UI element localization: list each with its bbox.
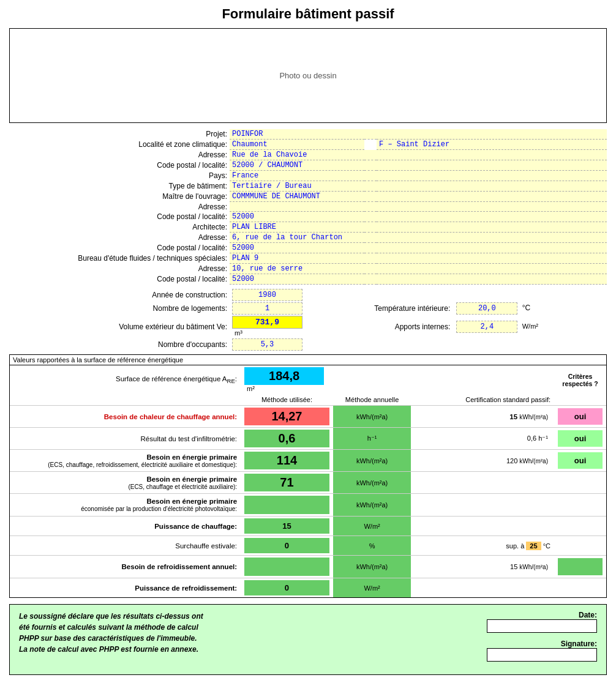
apports-label: Apports internes: (309, 315, 454, 338)
code-postal4-value: 52000 (230, 274, 607, 285)
code-postal-row: Code postal / localité: 52000 / CHAUMONT (9, 160, 607, 171)
temp-int-value: 20,0 (456, 302, 517, 315)
sre-sub: RE (227, 378, 235, 384)
architecte-label: Architecte: (9, 222, 230, 233)
maitre-value: COMMMUNE DE CHAUMONT (230, 192, 607, 202)
bureau-row: Bureau d'étude fluides / techniques spéc… (9, 253, 607, 264)
col-standard-header: Certification standard passif: (411, 394, 554, 406)
energy-row-7: Besoin de refroidissement annuel: kWh/(m… (10, 556, 606, 578)
temp-int-unit: °C (522, 304, 530, 312)
row0-value-cell: 14,27 (241, 406, 333, 428)
date-input[interactable] (487, 619, 597, 633)
logements-row: Nombre de logements: 1 Température intér… (9, 302, 607, 315)
col-annual-header: Méthode annuelle (333, 394, 411, 406)
row5-unit: W/m² (333, 517, 411, 536)
row8-label: Puissance de refroidissement: (10, 578, 241, 598)
signature-input[interactable] (487, 648, 597, 662)
adresse-row: Adresse: Rue de la Chavoie (9, 150, 607, 160)
footer-line1: Le soussigné déclare que les résultats c… (19, 611, 203, 622)
criteria-header: Critères respectés ? (554, 365, 606, 394)
sre-label: Surface de référence énergétique A (116, 375, 227, 382)
row4-criteria (554, 494, 606, 517)
maitre-row: Maître de l'ouvrage: COMMMUNE DE CHAUMON… (9, 192, 607, 202)
occupants-value: 5,3 (232, 338, 302, 351)
row4-std (411, 494, 554, 517)
architecte-row: Architecte: PLAN LIBRE (9, 222, 607, 233)
annee-row: Année de construction: 1980 (9, 288, 607, 302)
adresse-value: Rue de la Chavoie (230, 150, 607, 160)
row7-unit: kWh/(m²a) (333, 556, 411, 578)
type-label: Type de bâtiment: (9, 181, 230, 192)
pays-label: Pays: (9, 171, 230, 181)
row3-std (411, 472, 554, 494)
adresse2-value (230, 202, 607, 212)
row1-value: 0,6 (244, 430, 329, 447)
row2-value: 114 (244, 452, 329, 469)
apports-unit: W/m² (522, 323, 538, 330)
row3-label: Besoin en énergie primaire (ECS, chauffa… (10, 472, 241, 494)
adresse4-value: 10, rue de serre (230, 264, 607, 274)
row2-std: 120 kWh/(m²a) (411, 450, 554, 472)
row2-value-cell: 114 (241, 450, 333, 472)
footer-right: Date: Signature: (487, 611, 597, 668)
adresse3-label: Adresse: (9, 233, 230, 243)
row1-value-cell: 0,6 (241, 428, 333, 450)
annee-label: Année de construction: (9, 288, 230, 302)
occupants-label: Nombre d'occupants: (9, 338, 230, 351)
projet-label: Projet: (9, 129, 230, 140)
adresse4-label: Adresse: (9, 264, 230, 274)
sre-row: Surface de référence énergétique ARE: 18… (10, 365, 606, 394)
row6-criteria (554, 536, 606, 556)
row7-value-cell (241, 556, 333, 578)
row7-std: 15 kWh/(m²a) (411, 556, 554, 578)
localite-row: Localité et zone climatique: Chaumont F … (9, 140, 607, 150)
row2-criteria-badge: oui (558, 452, 603, 469)
row6-label: Surchauffe estivale: (10, 536, 241, 556)
measurements-table: Année de construction: 1980 Nombre de lo… (9, 288, 607, 351)
row1-label: Résultat du test d'infiltrométrie: (10, 428, 241, 450)
sre-value: 184,8 (244, 367, 324, 385)
sre-unit: m² (247, 385, 255, 392)
row0-unit: kWh/(m²a) (333, 406, 411, 428)
code-postal4-label: Code postal / localité: (9, 274, 230, 285)
footer-line2: été fournis et calculés suivant la métho… (19, 622, 203, 633)
logements-label: Nombre de logements: (9, 302, 230, 315)
row2-label: Besoin en énergie primaire (ECS, chauffa… (10, 450, 241, 472)
energy-row-5: Puissance de chauffage: 15 W/m² (10, 517, 606, 536)
energy-row-3: Besoin en énergie primaire (ECS, chauffa… (10, 472, 606, 494)
row4-value-cell (241, 494, 333, 517)
row3-unit: kWh/(m²a) (333, 472, 411, 494)
zone-value: F – Saint Dizier (377, 140, 607, 150)
energy-row-0: Besoin de chaleur de chauffage annuel: 1… (10, 406, 606, 428)
col-method-header: Méthode utilisée: (241, 394, 333, 406)
project-info-table: Projet: POINFOR Localité et zone climati… (9, 129, 607, 285)
localite-value: Chaumont (230, 140, 364, 150)
energy-table: Surface de référence énergétique ARE: 18… (10, 365, 606, 597)
apports-value: 2,4 (456, 321, 517, 333)
code-postal4-row: Code postal / localité: 52000 (9, 274, 607, 285)
energy-row-2: Besoin en énergie primaire (ECS, chauffa… (10, 450, 606, 472)
bureau-label: Bureau d'étude fluides / techniques spéc… (9, 253, 230, 264)
row4-label: Besoin en énergie primaire économisée pa… (10, 494, 241, 517)
adresse3-row: Adresse: 6, rue de la tour Charton (9, 233, 607, 243)
row6-std-temp: 25 (526, 542, 541, 550)
footer-line4: La note de calcul avec PHPP est fournie … (19, 644, 203, 655)
date-row: Date: (487, 611, 597, 635)
architecte-value: PLAN LIBRE (230, 222, 607, 233)
maitre-label: Maître de l'ouvrage: (9, 192, 230, 202)
projet-value: POINFOR (230, 129, 607, 140)
row8-unit: W/m² (333, 578, 411, 598)
volume-unit: m³ (235, 329, 242, 337)
annee-value: 1980 (232, 289, 302, 301)
pays-value: France (230, 171, 607, 181)
volume-row: Volume extérieur du bâtiment Ve: 731,9 m… (9, 315, 607, 338)
adresse3-value: 6, rue de la tour Charton (230, 233, 607, 243)
volume-value: 731,9 (232, 316, 302, 329)
occupants-row: Nombre d'occupants: 5,3 (9, 338, 607, 351)
energy-header-text: Valeurs rapportées à la surface de référ… (13, 356, 183, 364)
code-postal3-row: Code postal / localité: 52000 (9, 243, 607, 253)
row6-value: 0 (244, 538, 329, 553)
adresse4-row: Adresse: 10, rue de serre (9, 264, 607, 274)
row1-criteria: oui (554, 428, 606, 450)
row6-unit: % (333, 536, 411, 556)
